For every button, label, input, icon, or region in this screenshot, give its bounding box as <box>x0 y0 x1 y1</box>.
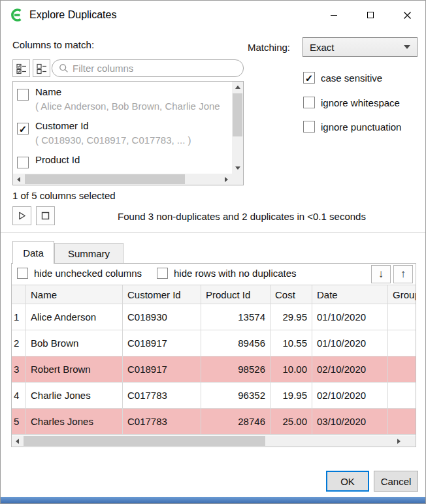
cell-product-id[interactable]: 98526 <box>201 356 270 383</box>
case-sensitive-checkbox[interactable] <box>303 72 315 84</box>
tab-data-label: Data <box>23 247 44 259</box>
column-customer-id-label: Customer Id <box>35 120 89 131</box>
cell-customer-id[interactable]: C018930 <box>123 304 201 330</box>
cell-product-id[interactable]: 28746 <box>201 409 270 435</box>
cell-group[interactable] <box>388 330 416 356</box>
columns-horizontal-scrollbar[interactable] <box>13 174 232 185</box>
header-product-id[interactable]: Product Id <box>201 285 270 304</box>
cell-cost[interactable]: 10.00 <box>270 356 312 383</box>
cell-date[interactable]: 02/10/2020 <box>312 383 388 409</box>
close-button[interactable] <box>389 1 425 29</box>
cell-group[interactable] <box>388 409 416 435</box>
cell-date[interactable]: 01/10/2020 <box>312 330 388 356</box>
next-duplicate-button[interactable]: ↓ <box>371 265 391 283</box>
filter-columns-input[interactable] <box>73 63 237 74</box>
ignore-whitespace-checkbox[interactable] <box>303 97 315 108</box>
cancel-button[interactable]: Cancel <box>374 471 418 492</box>
case-sensitive-option[interactable]: case sensitive <box>303 72 382 84</box>
row-number: 5 <box>12 409 26 435</box>
cell-product-id[interactable]: 96352 <box>201 383 270 409</box>
previous-duplicate-button[interactable]: ↑ <box>393 265 413 283</box>
header-group[interactable]: Group <box>388 285 416 304</box>
table-row-duplicate[interactable]: 3 Robert Brown C018917 98526 10.00 02/10… <box>12 356 416 383</box>
check-all-columns-button[interactable] <box>12 59 30 77</box>
hide-rows-no-duplicates-checkbox[interactable] <box>157 268 168 279</box>
list-item-customer-id[interactable]: Customer Id ( C018930, C018917, C017783,… <box>13 117 232 151</box>
table-row[interactable]: 2 Bob Brown C018917 89456 10.55 01/10/20… <box>12 330 416 356</box>
cell-group[interactable] <box>388 304 416 330</box>
result-status-text: Found 3 non-duplicates and 2 duplicates … <box>66 211 418 222</box>
ignore-whitespace-option[interactable]: ignore whitespace <box>303 97 400 108</box>
uncheck-all-columns-button[interactable] <box>33 59 50 77</box>
play-icon <box>17 211 27 221</box>
table-row-duplicate[interactable]: 5 Charles Jones C017783 28746 25.00 03/1… <box>12 409 416 435</box>
header-name[interactable]: Name <box>26 285 123 304</box>
table-row[interactable]: 4 Charlie Jones C017783 96352 19.95 02/1… <box>12 383 416 409</box>
cell-date[interactable]: 03/10/2020 <box>312 409 388 435</box>
cell-group[interactable] <box>388 356 416 383</box>
tab-data[interactable]: Data <box>12 241 54 264</box>
ignore-punctuation-option[interactable]: ignore punctuation <box>303 121 401 133</box>
table-horizontal-scrollbar[interactable] <box>12 435 404 447</box>
list-item-product-id[interactable]: Product Id <box>13 151 232 174</box>
hide-unchecked-columns-option[interactable]: hide unchecked columns <box>17 268 142 279</box>
cell-customer-id[interactable]: C017783 <box>123 409 201 435</box>
window-bottom-edge <box>1 497 425 503</box>
stop-button[interactable] <box>36 206 55 225</box>
columns-vertical-scrollbar[interactable] <box>232 82 243 174</box>
cell-name[interactable]: Bob Brown <box>26 330 123 356</box>
table-header-row: Name Customer Id Product Id Cost Date Gr… <box>12 285 416 304</box>
minimize-button[interactable] <box>316 1 352 29</box>
cell-customer-id[interactable]: C017783 <box>123 383 201 409</box>
matching-dropdown[interactable]: Exact <box>303 37 418 57</box>
cell-cost[interactable]: 25.00 <box>270 409 312 435</box>
scroll-right-icon[interactable] <box>393 435 404 447</box>
scroll-left-icon[interactable] <box>13 174 24 185</box>
ok-button[interactable]: OK <box>326 471 369 492</box>
cell-customer-id[interactable]: C018917 <box>123 330 201 356</box>
cell-name[interactable]: Robert Brown <box>26 356 123 383</box>
cell-name[interactable]: Charlie Jones <box>26 383 123 409</box>
cell-customer-id[interactable]: C018917 <box>123 356 201 383</box>
chevron-down-icon <box>404 45 410 49</box>
scroll-right-icon[interactable] <box>221 174 232 185</box>
unchecked-list-icon <box>36 63 48 74</box>
case-sensitive-label: case sensitive <box>321 72 382 84</box>
list-item-name[interactable]: Name ( Alice Anderson, Bob Brown, Charli… <box>13 83 232 117</box>
header-row-number <box>12 285 26 304</box>
scroll-thumb[interactable] <box>25 174 185 184</box>
scroll-left-icon[interactable] <box>12 435 23 447</box>
cell-product-id[interactable]: 89456 <box>201 330 270 356</box>
checked-list-icon <box>16 63 27 74</box>
cell-date[interactable]: 02/10/2020 <box>312 356 388 383</box>
tab-summary[interactable]: Summary <box>54 243 123 264</box>
cell-name[interactable]: Charles Jones <box>26 409 123 435</box>
cell-product-id[interactable]: 13574 <box>201 304 270 330</box>
customer-id-checkbox[interactable] <box>17 123 29 134</box>
row-number: 1 <box>12 304 26 330</box>
name-checkbox[interactable] <box>17 89 29 101</box>
cell-group[interactable] <box>388 383 416 409</box>
table-row[interactable]: 1 Alice Anderson C018930 13574 29.95 01/… <box>12 304 416 330</box>
header-cost[interactable]: Cost <box>270 285 312 304</box>
product-id-checkbox[interactable] <box>17 157 29 168</box>
hide-rows-no-duplicates-label: hide rows with no duplicates <box>174 268 297 279</box>
run-button[interactable] <box>12 206 31 225</box>
scroll-down-icon[interactable] <box>232 163 243 174</box>
cell-date[interactable]: 01/10/2020 <box>312 304 388 330</box>
scroll-up-icon[interactable] <box>232 82 243 93</box>
hide-rows-no-duplicates-option[interactable]: hide rows with no duplicates <box>157 268 297 279</box>
filter-columns-search[interactable] <box>52 59 244 77</box>
maximize-button[interactable] <box>352 1 389 29</box>
cell-name[interactable]: Alice Anderson <box>26 304 123 330</box>
header-customer-id[interactable]: Customer Id <box>123 285 201 304</box>
search-icon <box>59 63 69 73</box>
scroll-thumb[interactable] <box>233 93 242 136</box>
header-date[interactable]: Date <box>312 285 388 304</box>
scroll-thumb[interactable] <box>24 436 265 446</box>
hide-unchecked-columns-checkbox[interactable] <box>17 268 28 279</box>
cell-cost[interactable]: 29.95 <box>270 304 312 330</box>
ignore-punctuation-checkbox[interactable] <box>303 121 315 133</box>
cell-cost[interactable]: 19.95 <box>270 383 312 409</box>
cell-cost[interactable]: 10.55 <box>270 330 312 356</box>
